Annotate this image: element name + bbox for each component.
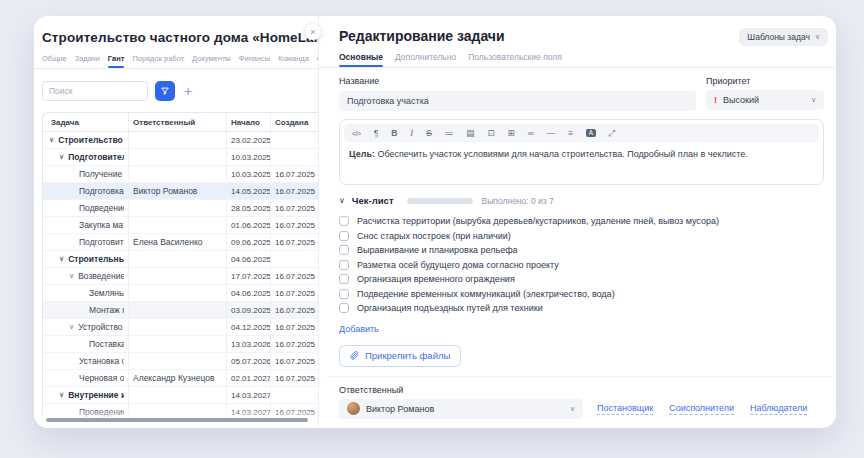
bold-icon[interactable]: B bbox=[391, 129, 397, 138]
chevron-down-icon: ∨ bbox=[815, 33, 820, 41]
table-row[interactable]: Подготовить отч...Елена Василенко09.06.2… bbox=[43, 234, 318, 251]
attach-files-button[interactable]: Прикрепить файлы bbox=[339, 345, 461, 367]
checkbox[interactable] bbox=[339, 245, 349, 255]
save-button[interactable]: Сохранить bbox=[339, 428, 411, 429]
created-date-cell: 16.07.2025 bbox=[271, 200, 318, 216]
checkbox[interactable] bbox=[339, 274, 349, 284]
created-date-cell: 16.07.2025 bbox=[271, 370, 318, 386]
start-date-cell: 17.07.2025 bbox=[227, 268, 271, 284]
image-icon[interactable]: ▤ bbox=[466, 129, 474, 138]
tab-finances[interactable]: Финансы bbox=[239, 54, 271, 68]
link-icon[interactable]: ∞ bbox=[528, 129, 534, 138]
checkbox[interactable] bbox=[339, 260, 349, 270]
task-title: Внутренние и отде... bbox=[68, 390, 124, 400]
add-checklist-item-link[interactable]: Добавить bbox=[339, 324, 379, 334]
caret-down-icon[interactable]: ∨ bbox=[69, 272, 74, 280]
priority-high-icon: ! bbox=[714, 95, 717, 105]
table-row[interactable] bbox=[43, 421, 318, 428]
link-author[interactable]: Постановщик bbox=[597, 403, 653, 415]
tab-tasks[interactable]: Задачи bbox=[75, 54, 100, 68]
filter-button[interactable] bbox=[155, 81, 175, 101]
assignee-cell: Виктор Романов bbox=[129, 183, 227, 199]
start-date-cell bbox=[227, 421, 271, 428]
checkbox[interactable] bbox=[339, 289, 349, 299]
caret-down-icon[interactable]: ∨ bbox=[59, 255, 64, 263]
priority-select[interactable]: ! Высокий ∨ bbox=[706, 90, 824, 110]
task-name-input[interactable] bbox=[339, 91, 696, 111]
table-row[interactable]: Подготовка уча...Виктор Романов14.05.202… bbox=[43, 183, 318, 200]
task-title: Подготовительные ... bbox=[68, 152, 124, 162]
assignee-cell: Елена Василенко bbox=[129, 234, 227, 250]
start-date-cell: 10.03.2025 bbox=[227, 149, 271, 165]
link-watchers[interactable]: Наблюдатели bbox=[750, 403, 807, 415]
created-date-cell bbox=[271, 387, 318, 403]
caret-down-icon[interactable]: ∨ bbox=[59, 153, 64, 161]
table-row[interactable]: Черновая отдел...Александр Кузнецов02.01… bbox=[43, 370, 318, 387]
description-body: Обеспечить участок условиями для начала … bbox=[375, 149, 748, 159]
table-row[interactable]: ∨Строительные раб...04.06.2025 bbox=[43, 251, 318, 268]
edit-tab-additional[interactable]: Дополнительно bbox=[395, 52, 456, 67]
text-style-icon[interactable]: A bbox=[586, 129, 595, 138]
table-row[interactable]: Получение разр...10.03.202516.07.2025 bbox=[43, 166, 318, 183]
tab-team[interactable]: Команда bbox=[278, 54, 309, 68]
strikethrough-icon[interactable]: S bbox=[426, 129, 432, 138]
task-title: Земляные ра... bbox=[89, 288, 124, 298]
align-icon[interactable]: ≡ bbox=[568, 129, 573, 138]
checklist-item-label: Снос старых построек (при наличии) bbox=[357, 231, 511, 241]
checkbox[interactable] bbox=[339, 216, 349, 226]
table-row[interactable]: Подведение вре...28.05.202516.07.2025 bbox=[43, 200, 318, 217]
tab-work-order[interactable]: Порядок работ bbox=[132, 54, 184, 68]
close-button[interactable]: × bbox=[305, 24, 321, 40]
hr-icon[interactable]: — bbox=[547, 129, 556, 138]
italic-icon[interactable]: I bbox=[410, 129, 413, 138]
plus-icon: + bbox=[184, 83, 192, 99]
search-input[interactable] bbox=[42, 81, 148, 101]
task-templates-button[interactable]: Шаблоны задач ∨ bbox=[739, 28, 828, 46]
column-header: Ответственный bbox=[129, 113, 227, 131]
description-text[interactable]: Цель: Обеспечить участок условиями для н… bbox=[344, 142, 819, 166]
assignee-select[interactable]: Виктор Романов ∨ bbox=[339, 399, 583, 419]
table-row[interactable]: ∨Внутренние и отде...14.03.2027 bbox=[43, 387, 318, 404]
caret-down-icon[interactable]: ∨ bbox=[49, 136, 54, 144]
created-date-cell bbox=[271, 421, 318, 428]
video-icon[interactable]: ⊡ bbox=[487, 129, 494, 138]
edit-tab-main[interactable]: Основные bbox=[339, 52, 383, 67]
caret-down-icon[interactable]: ∨ bbox=[59, 391, 64, 399]
table-row[interactable]: Монтаж перекр...03.09.202516.07.2025 bbox=[43, 302, 318, 319]
code-icon[interactable]: </> bbox=[352, 130, 361, 137]
link-co-assignees[interactable]: Соисполнители bbox=[669, 403, 734, 415]
checkbox[interactable] bbox=[339, 231, 349, 241]
task-cell: ∨Строительство частно... bbox=[43, 132, 129, 148]
tab-documents[interactable]: Документы bbox=[192, 54, 231, 68]
table-icon[interactable]: ⊞ bbox=[508, 129, 515, 138]
horizontal-scrollbar[interactable] bbox=[46, 418, 308, 422]
chevron-down-icon: ∨ bbox=[570, 405, 575, 413]
assignee-label: Ответственный bbox=[339, 385, 824, 395]
table-row[interactable]: ∨Устройство кры...04.12.202516.07.2025 bbox=[43, 319, 318, 336]
table-row[interactable]: ∨Строительство частно...23.02.2025 bbox=[43, 132, 318, 149]
list-icon[interactable]: ≔ bbox=[445, 129, 454, 138]
add-task-button[interactable]: + bbox=[182, 84, 194, 98]
table-row[interactable]: Установка окон ...05.07.202616.07.2025 bbox=[43, 353, 318, 370]
assignee-cell bbox=[129, 302, 227, 318]
table-row[interactable]: ∨Подготовительные ...10.03.2025 bbox=[43, 149, 318, 166]
table-row[interactable]: Закупка матери...01.06.202516.07.2025 bbox=[43, 217, 318, 234]
paragraph-icon[interactable]: ¶ bbox=[374, 129, 379, 138]
member-links: ПостановщикСоисполнителиНаблюдатели bbox=[597, 403, 807, 415]
tab-general[interactable]: Общие bbox=[42, 54, 67, 68]
table-row[interactable]: Поставка мат...13.03.202616.07.2025 bbox=[43, 336, 318, 353]
tab-gantt[interactable]: Гант bbox=[108, 54, 125, 68]
start-date-cell: 04.12.2025 bbox=[227, 319, 271, 335]
checklist-item-label: Организация временного ограждения bbox=[357, 274, 515, 284]
description-editor: </>¶BIS≔▤⊡⊞∞—≡A⤢ Цель: Обеспечить участо… bbox=[339, 119, 824, 185]
table-row[interactable]: Земляные ра...04.06.202516.07.2025 bbox=[43, 285, 318, 302]
expand-icon[interactable]: ⤢ bbox=[609, 129, 616, 138]
table-row[interactable]: ∨Возведение стен17.07.202516.07.2025 bbox=[43, 268, 318, 285]
task-cell: Земляные ра... bbox=[43, 285, 129, 301]
task-cell: Подготовить отч... bbox=[43, 234, 129, 250]
edit-tab-custom-fields[interactable]: Пользовательские поля bbox=[468, 52, 562, 67]
column-header: Создана bbox=[271, 113, 318, 131]
checkbox[interactable] bbox=[339, 303, 349, 313]
chevron-down-icon[interactable]: ∨ bbox=[339, 196, 345, 205]
caret-down-icon[interactable]: ∨ bbox=[69, 323, 74, 331]
